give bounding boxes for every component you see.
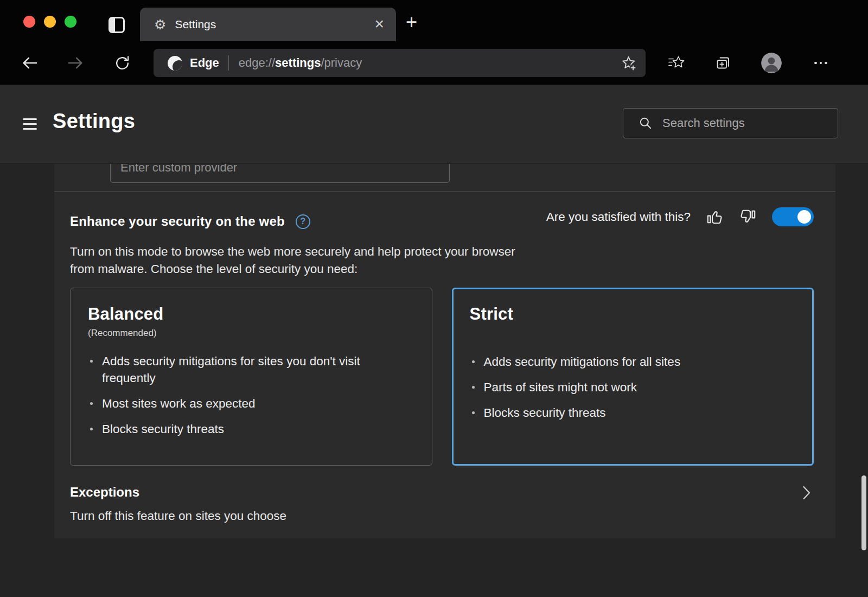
browser-window: ⚙ Settings × + Edge edge:// settings /pr…: [0, 0, 868, 597]
card-bullets: Adds security mitigations for sites you …: [88, 353, 414, 437]
card-title: Strict: [470, 304, 796, 324]
thumbs-up-icon[interactable]: [706, 208, 724, 225]
bullet-dot: [472, 386, 475, 389]
reload-icon[interactable]: [114, 55, 131, 72]
help-icon[interactable]: ?: [296, 214, 310, 229]
collections-icon[interactable]: [715, 55, 731, 71]
thumbs-down-icon[interactable]: [739, 208, 757, 225]
titlebar: ⚙ Settings × +: [0, 0, 868, 41]
address-separator: [228, 55, 229, 71]
url-scheme: edge://: [239, 56, 275, 70]
security-card-balanced[interactable]: Balanced (Recommended) Adds security mit…: [70, 288, 432, 466]
browser-toolbar: Edge edge:// settings /privacy: [0, 41, 868, 85]
card-bullets: Adds security mitigations for all sites …: [470, 353, 796, 421]
custom-provider-input[interactable]: [110, 164, 450, 183]
bullet-item: Most sites work as expected: [88, 395, 414, 412]
back-icon[interactable]: [21, 54, 39, 72]
scrollbar-thumb[interactable]: [861, 475, 866, 550]
more-menu-icon[interactable]: [812, 54, 830, 72]
profile-avatar[interactable]: [761, 53, 782, 73]
exceptions-title: Exceptions: [70, 485, 139, 500]
url-host: settings: [275, 56, 321, 70]
bullet-item: Parts of sites might not work: [470, 379, 796, 396]
bullet-dot: [90, 428, 93, 430]
bullet-item: Blocks security threats: [88, 421, 414, 437]
privacy-settings-panel: Enhance your security on the web ? Are y…: [54, 164, 835, 538]
address-bar[interactable]: Edge edge:// settings /privacy: [154, 49, 646, 77]
bullet-item: Adds security mitigations for all sites: [470, 353, 796, 370]
feedback-row: Are you satisfied with this?: [546, 207, 814, 226]
window-controls: [23, 16, 76, 28]
favorites-icon[interactable]: [668, 55, 685, 71]
tab-title: Settings: [175, 18, 216, 31]
zoom-window-button[interactable]: [65, 16, 76, 28]
edge-logo-icon: [168, 56, 182, 71]
add-favorite-icon[interactable]: [620, 55, 637, 72]
feedback-question: Are you satisfied with this?: [546, 210, 691, 224]
browser-tab-settings[interactable]: ⚙ Settings ×: [140, 8, 396, 41]
security-card-strict[interactable]: Strict Adds security mitigations for all…: [452, 288, 814, 466]
chevron-right-icon[interactable]: [802, 485, 811, 500]
exceptions-subtitle: Turn off this feature on sites you choos…: [70, 509, 286, 523]
menu-icon[interactable]: [23, 118, 37, 133]
close-window-button[interactable]: [23, 16, 35, 28]
security-section-heading-row: Enhance your security on the web ?: [70, 214, 310, 229]
bullet-dot: [472, 411, 475, 414]
section-divider: [54, 191, 835, 192]
bullet-item: Blocks security threats: [470, 404, 796, 421]
bullet-dot: [90, 402, 93, 405]
close-tab-icon[interactable]: ×: [374, 16, 384, 32]
security-section-title: Enhance your security on the web: [70, 214, 285, 229]
url-path: /privacy: [321, 56, 362, 70]
tab-overview-icon[interactable]: [108, 17, 125, 33]
page-title: Settings: [53, 110, 135, 133]
forward-icon[interactable]: [66, 54, 85, 72]
security-description: Turn on this mode to browse the web more…: [70, 243, 531, 277]
search-settings-box: [623, 108, 838, 138]
search-settings-input[interactable]: [662, 116, 829, 130]
security-toggle[interactable]: [772, 207, 814, 226]
bullet-item: Adds security mitigations for sites you …: [88, 353, 414, 386]
card-title: Balanced: [88, 304, 414, 324]
card-subtitle: (Recommended): [88, 328, 414, 339]
bullet-dot: [472, 360, 475, 363]
site-label: Edge: [190, 56, 219, 70]
new-tab-button[interactable]: +: [406, 12, 417, 32]
security-level-cards: Balanced (Recommended) Adds security mit…: [70, 288, 814, 466]
minimize-window-button[interactable]: [44, 16, 56, 28]
search-icon: [639, 116, 653, 130]
settings-content: Enhance your security on the web ? Are y…: [0, 164, 868, 597]
gear-icon: ⚙: [154, 18, 166, 31]
toggle-knob: [797, 210, 811, 224]
settings-page-header: Settings: [0, 85, 868, 163]
bullet-dot: [90, 360, 93, 363]
